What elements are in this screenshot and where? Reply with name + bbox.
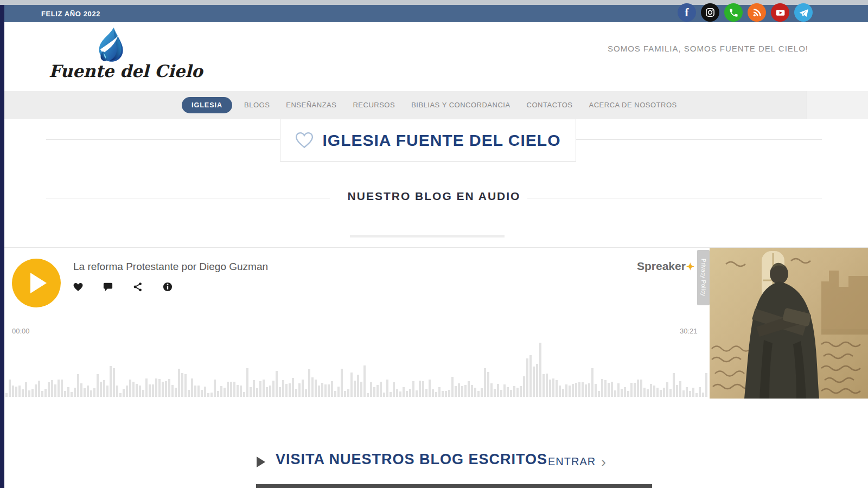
waveform[interactable] xyxy=(5,342,711,397)
flame-logo-icon xyxy=(94,27,128,65)
spreaker-brand[interactable]: Spreaker✦ xyxy=(637,260,694,273)
youtube-icon[interactable] xyxy=(771,3,789,22)
page-root: FELIZ AÑO 2022 f xyxy=(0,0,868,488)
spreaker-audio-player: La reforma Protestante por Diego Guzman xyxy=(4,247,868,399)
instagram-icon[interactable] xyxy=(701,3,719,22)
entrar-link[interactable]: ENTRAR › xyxy=(548,455,607,468)
triangle-bullet-icon xyxy=(257,457,265,467)
play-button[interactable] xyxy=(12,259,61,307)
nav-end-panel xyxy=(807,91,868,119)
logo-wordmark: Fuente del Cielo xyxy=(49,61,174,81)
left-edge-stripe xyxy=(0,5,4,488)
social-links: f xyxy=(678,3,813,22)
facebook-icon[interactable]: f xyxy=(678,3,696,22)
current-time: 00:00 xyxy=(12,327,30,335)
whatsapp-phone-icon[interactable] xyxy=(724,3,743,22)
topbar: FELIZ AÑO 2022 f xyxy=(4,5,868,23)
episode-artwork xyxy=(710,248,868,399)
nav-item-acerca[interactable]: ACERCA DE NOSOTROS xyxy=(585,98,681,112)
like-heart-icon[interactable] xyxy=(73,282,83,292)
spreaker-star-icon: ✦ xyxy=(686,261,694,272)
blog-cta-section: VISITA NUESTROS BLOG ESCRITOS ENTRAR › xyxy=(0,451,868,477)
page-title-box: IGLESIA FUENTE DEL CIELO xyxy=(280,119,576,162)
privacy-policy-tab[interactable]: Privacy Policy xyxy=(697,250,710,305)
page-title: IGLESIA FUENTE DEL CIELO xyxy=(322,131,560,150)
audio-blog-heading: NUESTRO BLOG EN AUDIO xyxy=(348,190,521,203)
duration-time: 30:21 xyxy=(680,327,698,335)
info-icon[interactable] xyxy=(163,282,173,292)
play-icon xyxy=(30,273,47,293)
title-right-rule xyxy=(575,139,822,140)
site-logo[interactable]: Fuente del Cielo xyxy=(49,27,174,87)
cutoff-embed-bar xyxy=(256,484,652,488)
nav-item-ensenanzas[interactable]: ENSEÑANZAS xyxy=(282,98,341,112)
title-left-rule xyxy=(46,139,280,140)
telegram-icon[interactable] xyxy=(794,3,813,22)
nav-item-recursos[interactable]: RECURSOS xyxy=(348,98,399,112)
main-navigation: IGLESIA BLOGS ENSEÑANZAS RECURSOS BIBLIA… xyxy=(4,91,868,119)
nav-item-contactos[interactable]: CONTACTOS xyxy=(522,98,577,112)
blogs-escritos-heading: VISITA NUESTROS BLOG ESCRITOS xyxy=(276,451,547,468)
divider-rule xyxy=(350,235,505,237)
nav-item-biblias[interactable]: BIBLIAS Y CONCORDANCIA xyxy=(407,98,514,112)
greeting-text: FELIZ AÑO 2022 xyxy=(41,10,100,18)
rss-icon[interactable] xyxy=(748,3,766,22)
episode-title: La reforma Protestante por Diego Guzman xyxy=(73,261,268,273)
heart-outline-icon xyxy=(295,132,314,149)
header-tagline: SOMOS FAMILIA, SOMOS FUENTE DEL CIELO! xyxy=(608,44,808,53)
share-icon[interactable] xyxy=(133,282,143,292)
nav-item-iglesia[interactable]: IGLESIA xyxy=(182,97,232,113)
comment-icon[interactable] xyxy=(103,282,113,292)
chevron-right-icon: › xyxy=(601,457,607,467)
luther-statue-art xyxy=(710,248,868,399)
nav-item-blogs[interactable]: BLOGS xyxy=(240,98,274,112)
site-header: Fuente del Cielo SOMOS FAMILIA, SOMOS FU… xyxy=(4,22,868,91)
